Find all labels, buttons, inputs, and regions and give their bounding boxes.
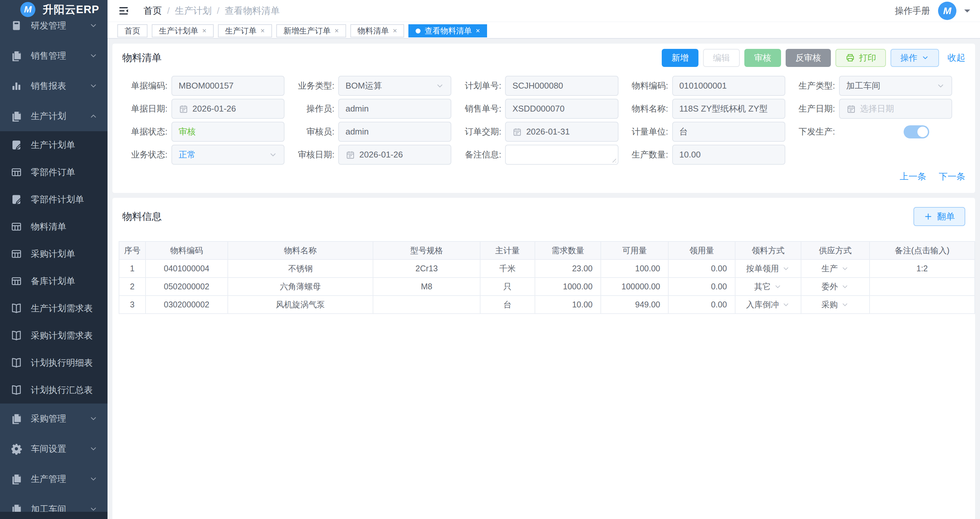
sidebar-item-stock-plan-order[interactable]: 备库计划单 bbox=[0, 267, 108, 295]
chevron-down-icon bbox=[921, 54, 929, 62]
col-header-supply-mode: 供应方式 bbox=[801, 241, 870, 260]
chevron-down-icon bbox=[89, 21, 98, 30]
field-operator: 操作员: admin bbox=[289, 99, 451, 119]
tab-new-production-order[interactable]: 新增生产订单 × bbox=[276, 24, 346, 37]
grid-icon bbox=[11, 248, 22, 260]
tab-home[interactable]: 首页 bbox=[117, 24, 148, 37]
remark-textarea[interactable] bbox=[505, 145, 618, 165]
cell-supply-mode-select[interactable]: 委外 bbox=[801, 278, 870, 295]
calendar-icon bbox=[846, 104, 856, 114]
delivery-date-input[interactable]: 2026-01-31 bbox=[505, 122, 618, 142]
cell-index: 3 bbox=[119, 295, 146, 314]
field-material-code: 物料编码: 0101000001 bbox=[623, 76, 785, 96]
cell-pick-mode-select[interactable]: 其它 bbox=[735, 278, 801, 295]
bill-status-input[interactable]: 审核 bbox=[172, 122, 285, 142]
sidebar-item-label: 零部件订单 bbox=[31, 166, 75, 178]
prod-qty-input[interactable]: 10.00 bbox=[672, 145, 785, 165]
pages-icon bbox=[11, 110, 22, 122]
tab-close-icon[interactable]: × bbox=[335, 27, 339, 34]
auditor-input[interactable]: admin bbox=[338, 122, 451, 142]
tab-view-material-list[interactable]: 查看物料清单 × bbox=[408, 24, 487, 37]
grid-icon bbox=[11, 221, 22, 233]
sidebar-item-plan-exec-summary-report[interactable]: 计划执行汇总表 bbox=[0, 376, 108, 404]
tab-close-icon[interactable]: × bbox=[202, 27, 207, 34]
menu-fold-icon[interactable] bbox=[118, 5, 129, 16]
record-pager: 上一条 下一条 bbox=[122, 171, 965, 182]
sidebar-item-production-management[interactable]: 生产管理 bbox=[0, 464, 108, 494]
grid-icon bbox=[11, 275, 22, 287]
sidebar-item-production-demand-report[interactable]: 生产计划需求表 bbox=[0, 295, 108, 322]
cell-pick-mode-select[interactable]: 入库倒冲 bbox=[735, 295, 801, 314]
field-bill-status: 单据状态: 审核 bbox=[122, 122, 285, 142]
sidebar-item-rnd-management[interactable]: 研发管理 bbox=[0, 19, 108, 41]
sidebar-item-purchase-demand-report[interactable]: 采购计划需求表 bbox=[0, 322, 108, 349]
breadcrumb-production-plan[interactable]: 生产计划 bbox=[175, 5, 212, 17]
prod-date-input[interactable]: 选择日期 bbox=[839, 99, 952, 119]
print-button[interactable]: 打印 bbox=[835, 49, 886, 67]
sidebar-item-purchase-plan-order[interactable]: 采购计划单 bbox=[0, 240, 108, 267]
bill-date-input[interactable]: 2026-01-26 bbox=[172, 99, 285, 119]
issue-production-toggle[interactable] bbox=[904, 125, 929, 139]
tab-label: 首页 bbox=[124, 26, 140, 36]
cell-remark[interactable]: 1:2 bbox=[870, 260, 975, 278]
tab-close-icon[interactable]: × bbox=[476, 27, 480, 34]
cell-remark[interactable] bbox=[870, 278, 975, 295]
chevron-down-icon bbox=[841, 265, 849, 273]
tab-production-order[interactable]: 生产订单 × bbox=[218, 24, 272, 37]
cell-used-qty: 0.00 bbox=[668, 260, 735, 278]
status-badge: 审核 bbox=[179, 126, 196, 137]
prod-type-select[interactable]: 加工车间 bbox=[839, 76, 952, 96]
sidebar-item-parts-order[interactable]: 零部件订单 bbox=[0, 158, 108, 186]
material-code-input[interactable]: 0101000001 bbox=[672, 76, 785, 96]
manual-link[interactable]: 操作手册 bbox=[895, 5, 930, 17]
chevron-down-icon bbox=[269, 150, 277, 159]
bill-code-input[interactable]: MBOM000157 bbox=[172, 76, 285, 96]
field-bill-date: 单据日期: 2026-01-26 bbox=[122, 99, 285, 119]
resize-handle[interactable] bbox=[611, 157, 616, 162]
plan-no-input[interactable]: SCJH000080 bbox=[505, 76, 618, 96]
audit-button[interactable]: 审核 bbox=[745, 49, 781, 67]
sidebar-item-label: 零部件计划单 bbox=[31, 193, 84, 205]
edit-button[interactable]: 编辑 bbox=[703, 49, 740, 67]
more-actions-button[interactable]: 操作 bbox=[891, 49, 939, 67]
chevron-down-icon bbox=[774, 283, 782, 291]
biz-type-select[interactable]: BOM运算 bbox=[338, 76, 451, 96]
doc-edit-icon bbox=[11, 139, 22, 151]
sales-no-input[interactable]: XSDD000070 bbox=[505, 99, 618, 119]
cell-supply-mode-select[interactable]: 生产 bbox=[801, 260, 870, 278]
tab-material-list[interactable]: 物料清单 × bbox=[350, 24, 404, 37]
reorder-button[interactable]: 翻单 bbox=[913, 207, 965, 226]
field-auditor: 审核员: admin bbox=[289, 122, 451, 142]
material-name-input[interactable]: 118S ZY型纸杯机 ZY型 bbox=[672, 99, 785, 119]
prev-record-link[interactable]: 上一条 bbox=[900, 171, 926, 182]
tab-close-icon[interactable]: × bbox=[393, 27, 397, 34]
sidebar-item-plan-exec-detail-report[interactable]: 计划执行明细表 bbox=[0, 349, 108, 376]
sidebar-item-parts-plan-order[interactable]: 零部件计划单 bbox=[0, 186, 108, 213]
audit-date-input[interactable]: 2026-01-26 bbox=[338, 145, 451, 165]
sidebar-item-purchase-management[interactable]: 采购管理 bbox=[0, 404, 108, 434]
tab-production-plan-order[interactable]: 生产计划单 × bbox=[152, 24, 214, 37]
unaudit-button[interactable]: 反审核 bbox=[786, 49, 831, 67]
next-record-link[interactable]: 下一条 bbox=[939, 171, 965, 182]
cell-remark[interactable] bbox=[870, 295, 975, 314]
sidebar-item-workshop-settings[interactable]: 车间设置 bbox=[0, 434, 108, 464]
sidebar-item-material-list[interactable]: 物料清单 bbox=[0, 213, 108, 240]
caret-down-icon[interactable] bbox=[964, 10, 970, 15]
avatar[interactable]: M bbox=[938, 2, 956, 20]
unit-input[interactable]: 台 bbox=[672, 122, 785, 142]
biz-status-select[interactable]: 正常 bbox=[172, 145, 285, 165]
sidebar-item-production-plan-order[interactable]: 生产计划单 bbox=[0, 131, 108, 158]
collapse-link[interactable]: 收起 bbox=[948, 52, 965, 64]
tab-close-icon[interactable]: × bbox=[261, 27, 265, 34]
breadcrumb-home[interactable]: 首页 bbox=[143, 5, 162, 17]
sidebar-item-sales-management[interactable]: 销售管理 bbox=[0, 41, 108, 71]
add-button[interactable]: 新增 bbox=[662, 49, 698, 67]
sidebar-item-production-plan[interactable]: 生产计划 bbox=[0, 101, 108, 131]
cell-pick-mode-select[interactable]: 按单领用 bbox=[735, 260, 801, 278]
book-icon bbox=[11, 330, 22, 342]
sidebar-item-sales-report[interactable]: 销售报表 bbox=[0, 71, 108, 101]
materials-card-header: 物料信息 翻单 bbox=[113, 206, 975, 227]
cell-supply-mode-select[interactable]: 采购 bbox=[801, 295, 870, 314]
col-header-remark: 备注(点击输入) bbox=[870, 241, 975, 260]
operator-input[interactable]: admin bbox=[338, 99, 451, 119]
